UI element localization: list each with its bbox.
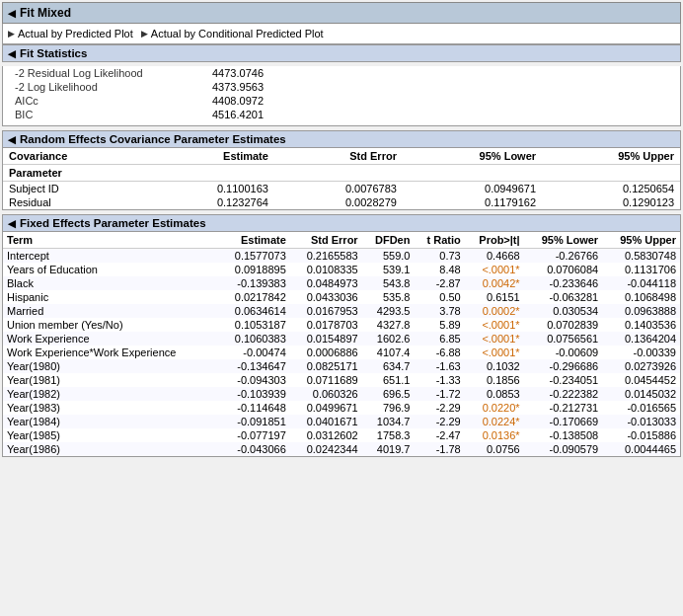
fe-prob: 0.0853 (465, 387, 524, 401)
random-effects-header: ◀ Random Effects Covariance Parameter Es… (2, 130, 681, 148)
re-lower: 0.0949671 (403, 182, 542, 196)
re-param: Subject ID (3, 182, 146, 196)
fe-dfden: 796.9 (362, 401, 415, 415)
fit-stats-row: BIC4516.4201 (11, 108, 267, 121)
fe-t-ratio: -2.29 (414, 401, 464, 415)
re-estimate: 0.1100163 (146, 182, 274, 196)
fe-dfden: 559.0 (362, 249, 415, 264)
fit-stat-label: BIC (11, 108, 190, 121)
re-collapse-icon[interactable]: ◀ (8, 134, 16, 145)
re-estimate: 0.1232764 (146, 195, 274, 209)
plot1-label: Actual by Predicted Plot (18, 28, 133, 39)
fe-std-error: 0.0484973 (290, 276, 362, 290)
fe-dfden: 696.5 (362, 387, 415, 401)
fixed-effects-body: TermEstimateStd ErrorDFDent RatioProb>|t… (2, 232, 681, 457)
fe-estimate: -0.094303 (218, 373, 290, 387)
fe-estimate: 0.1577073 (218, 249, 290, 264)
fe-row: Union member (Yes/No) 0.1053187 0.017870… (3, 318, 680, 332)
fe-row: Year(1982) -0.103939 0.060326 696.5 -1.7… (3, 387, 680, 401)
fe-row: Married 0.0634614 0.0167953 4293.5 3.78 … (3, 304, 680, 318)
random-effects-title: Random Effects Covariance Parameter Esti… (20, 133, 286, 145)
fit-stats-collapse-icon[interactable]: ◀ (8, 48, 16, 59)
fe-dfden: 1602.6 (362, 332, 415, 346)
fe-col-header: Prob>|t| (465, 232, 524, 249)
fe-estimate: -0.077197 (218, 428, 290, 442)
fit-stat-value: 4516.4201 (190, 108, 267, 121)
fe-estimate: -0.00474 (218, 346, 290, 359)
fe-prob: <.0001* (465, 346, 524, 359)
fe-prob: 0.0756 (465, 442, 524, 456)
re-upper: 0.1290123 (542, 195, 680, 209)
fe-term: Work Experience*Work Experience (3, 346, 218, 359)
fe-collapse-icon[interactable]: ◀ (8, 218, 16, 229)
fit-statistics-title: Fit Statistics (20, 47, 87, 59)
fe-term: Year(1981) (3, 373, 218, 387)
fe-t-ratio: -1.78 (414, 442, 464, 456)
fe-dfden: 1758.3 (362, 428, 415, 442)
fe-upper: 0.0273926 (602, 359, 680, 373)
fe-prob: 0.0220* (465, 401, 524, 415)
fe-col-header: t Ratio (414, 232, 464, 249)
fe-estimate: 0.0217842 (218, 290, 290, 304)
actual-by-conditional-plot-link[interactable]: ▶ Actual by Conditional Predicted Plot (141, 28, 324, 39)
fe-std-error: 0.0825171 (290, 359, 362, 373)
re-col-header: 95% Upper (542, 148, 680, 165)
fe-col-header: 95% Upper (602, 232, 680, 249)
fe-row: Year(1986) -0.043066 0.0242344 4019.7 -1… (3, 442, 680, 456)
re-std-error: 0.0076783 (274, 182, 403, 196)
fe-estimate: 0.1053187 (218, 318, 290, 332)
fe-upper: -0.044118 (602, 276, 680, 290)
fe-lower: -0.090579 (524, 442, 603, 456)
fe-lower: -0.063281 (524, 290, 603, 304)
fe-term: Year(1985) (3, 428, 218, 442)
fe-estimate: -0.103939 (218, 387, 290, 401)
actual-by-predicted-plot-link[interactable]: ▶ Actual by Predicted Plot (8, 28, 133, 39)
fe-dfden: 4019.7 (362, 442, 415, 456)
fe-t-ratio: 5.89 (414, 318, 464, 332)
collapse-icon[interactable]: ◀ (8, 8, 16, 19)
fe-row: Work Experience 0.1060383 0.0154897 1602… (3, 332, 680, 346)
fit-statistics-table: -2 Residual Log Likelihood4473.0746-2 Lo… (11, 66, 267, 121)
fe-upper: 0.0145032 (602, 387, 680, 401)
fe-std-error: 0.060326 (290, 387, 362, 401)
fe-dfden: 535.8 (362, 290, 415, 304)
fe-upper: 0.1131706 (602, 263, 680, 276)
re-row: Subject ID 0.1100163 0.0076783 0.0949671… (3, 182, 680, 196)
fe-t-ratio: 8.48 (414, 263, 464, 276)
fe-t-ratio: 6.85 (414, 332, 464, 346)
fe-estimate: -0.114648 (218, 401, 290, 415)
fe-lower: -0.296686 (524, 359, 603, 373)
fe-upper: 0.0963888 (602, 304, 680, 318)
fe-std-error: 0.0178703 (290, 318, 362, 332)
fit-stats-row: AICc4408.0972 (11, 94, 267, 108)
fixed-effects-section: ◀ Fixed Effects Parameter Estimates Term… (2, 214, 681, 457)
fe-col-header: 95% Lower (524, 232, 603, 249)
fe-upper: -0.013033 (602, 415, 680, 428)
fe-row: Work Experience*Work Experience -0.00474… (3, 346, 680, 359)
fixed-effects-title: Fixed Effects Parameter Estimates (20, 217, 206, 229)
fe-prob: 0.1032 (465, 359, 524, 373)
plot2-label: Actual by Conditional Predicted Plot (151, 28, 324, 39)
fe-std-error: 0.0154897 (290, 332, 362, 346)
fe-estimate: -0.139383 (218, 276, 290, 290)
fe-std-error: 0.0242344 (290, 442, 362, 456)
fit-statistics-section: ◀ Fit Statistics -2 Residual Log Likelih… (2, 44, 681, 126)
fe-upper: -0.016565 (602, 401, 680, 415)
fe-upper: 0.0454452 (602, 373, 680, 387)
fe-lower: 0.0756561 (524, 332, 603, 346)
fe-prob: <.0001* (465, 332, 524, 346)
fe-upper: 0.1068498 (602, 290, 680, 304)
fe-estimate: 0.0634614 (218, 304, 290, 318)
fe-row: Hispanic 0.0217842 0.0433036 535.8 0.50 … (3, 290, 680, 304)
fe-row: Year(1983) -0.114648 0.0499671 796.9 -2.… (3, 401, 680, 415)
fe-row: Year(1985) -0.077197 0.0312602 1758.3 -2… (3, 428, 680, 442)
fe-upper: 0.0044465 (602, 442, 680, 456)
fe-dfden: 543.8 (362, 276, 415, 290)
fit-mixed-header: ◀ Fit Mixed (2, 2, 681, 24)
fe-estimate: 0.1060383 (218, 332, 290, 346)
fe-dfden: 651.1 (362, 373, 415, 387)
fe-lower: -0.00609 (524, 346, 603, 359)
fe-lower: 0.0702839 (524, 318, 603, 332)
fit-stats-row: -2 Residual Log Likelihood4473.0746 (11, 66, 267, 80)
fe-term: Union member (Yes/No) (3, 318, 218, 332)
